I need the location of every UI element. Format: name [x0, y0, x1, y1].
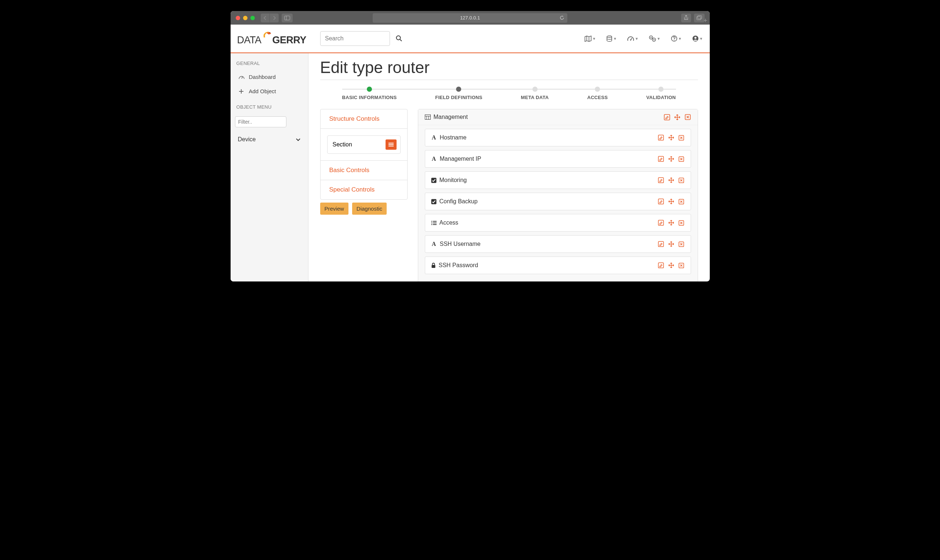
nav-map-dropdown[interactable]: ▼	[584, 35, 596, 42]
section-block: Management AHostname AManagement IP Mon	[418, 109, 698, 282]
new-tab-button[interactable]: +	[701, 17, 710, 25]
sidebar-toggle-button[interactable]	[282, 14, 293, 22]
preview-button[interactable]: Preview	[320, 203, 348, 215]
edit-icon[interactable]	[658, 134, 664, 141]
sidebar: GENERAL Dashboard Add Object OBJECT MENU…	[231, 53, 308, 282]
svg-rect-2	[697, 17, 701, 20]
field-label: Management IP	[440, 155, 481, 162]
nav-help-dropdown[interactable]: ▼	[671, 35, 682, 42]
delete-icon[interactable]	[678, 220, 685, 226]
maximize-window-icon[interactable]	[250, 16, 255, 20]
field-row[interactable]: Monitoring	[425, 171, 691, 189]
sidebar-item-dashboard[interactable]: Dashboard	[231, 70, 308, 84]
address-bar[interactable]: 127.0.0.1	[373, 13, 567, 23]
drag-handle-icon[interactable]	[385, 140, 396, 150]
sidebar-objectmenu-title: OBJECT MENU	[231, 102, 308, 113]
svg-line-6	[400, 40, 402, 42]
diagnostic-button[interactable]: Diagnostic	[352, 203, 387, 215]
move-icon[interactable]	[668, 220, 675, 226]
field-label: SSH Password	[439, 262, 478, 269]
field-label: SSH Username	[440, 241, 481, 247]
section-label: Section	[333, 141, 352, 148]
field-row[interactable]: AHostname	[425, 129, 691, 146]
sidebar-label: Add Object	[249, 88, 276, 94]
step-basic-informations[interactable]: BASIC INFORMATIONS	[342, 87, 397, 100]
move-icon[interactable]	[668, 198, 675, 205]
svg-point-17	[694, 37, 697, 39]
move-icon[interactable]	[674, 114, 681, 120]
delete-icon[interactable]	[678, 198, 685, 205]
browser-chrome: 127.0.0.1 +	[231, 11, 710, 25]
field-label: Hostname	[440, 134, 467, 141]
move-icon[interactable]	[668, 177, 675, 183]
move-icon[interactable]	[668, 262, 675, 269]
delete-icon[interactable]	[678, 155, 685, 162]
edit-icon[interactable]	[658, 220, 664, 226]
svg-rect-46	[658, 220, 663, 225]
move-icon[interactable]	[668, 134, 675, 141]
svg-point-4	[270, 32, 270, 33]
edit-icon[interactable]	[658, 155, 664, 162]
field-row[interactable]: SSH Password	[425, 257, 691, 274]
minimize-window-icon[interactable]	[243, 16, 248, 20]
browser-window: 127.0.0.1 + DATA GER	[231, 11, 710, 282]
search-input[interactable]	[320, 31, 390, 46]
delete-icon[interactable]	[678, 134, 685, 141]
sidebar-item-add-object[interactable]: Add Object	[231, 84, 308, 98]
sidebar-item-device[interactable]: Device	[231, 132, 308, 146]
svg-rect-0	[284, 16, 290, 20]
page-title: Edit type router	[320, 58, 698, 80]
edit-icon[interactable]	[658, 177, 664, 183]
logo-text-1: DATA	[237, 34, 262, 46]
svg-point-42	[431, 222, 432, 223]
logo[interactable]: DATA GERRY	[237, 32, 307, 46]
delete-icon[interactable]	[684, 114, 691, 120]
special-controls-header[interactable]: Special Controls	[321, 180, 407, 199]
edit-icon[interactable]	[664, 114, 670, 120]
structure-controls-header[interactable]: Structure Controls	[321, 109, 407, 129]
nav-gauge-dropdown[interactable]: ▼	[627, 35, 638, 42]
basic-controls-header[interactable]: Basic Controls	[321, 161, 407, 180]
move-icon[interactable]	[668, 241, 675, 247]
dashboard-icon	[239, 74, 245, 80]
svg-rect-48	[658, 242, 663, 247]
section-control[interactable]: Section	[327, 135, 401, 154]
close-window-icon[interactable]	[236, 16, 240, 20]
edit-icon[interactable]	[658, 198, 664, 205]
search-icon[interactable]	[396, 35, 402, 42]
checkbox-icon	[431, 199, 436, 205]
field-row[interactable]: Config Backup	[425, 193, 691, 210]
step-field-definitions[interactable]: FIELD DEFINITIONS	[435, 87, 482, 100]
svg-rect-50	[431, 265, 435, 268]
back-button[interactable]	[261, 14, 270, 22]
delete-icon[interactable]	[678, 177, 685, 183]
field-row[interactable]: AManagement IP	[425, 150, 691, 168]
filter-input[interactable]	[235, 116, 287, 127]
svg-rect-28	[664, 114, 670, 120]
delete-icon[interactable]	[678, 241, 685, 247]
edit-icon[interactable]	[658, 241, 664, 247]
share-button[interactable]	[681, 14, 691, 22]
svg-line-18	[242, 77, 243, 78]
text-field-icon: A	[431, 155, 437, 162]
bird-icon	[262, 29, 273, 40]
delete-icon[interactable]	[678, 262, 685, 269]
reload-icon[interactable]	[559, 15, 564, 20]
nav-user-dropdown[interactable]: ▼	[692, 35, 703, 42]
field-row[interactable]: ASSH Username	[425, 235, 691, 253]
app-header: DATA GERRY ▼ ▼	[231, 25, 710, 53]
svg-rect-24	[425, 115, 430, 120]
nav-database-dropdown[interactable]: ▼	[606, 35, 617, 42]
svg-point-13	[653, 39, 654, 40]
step-access[interactable]: ACCESS	[587, 87, 608, 100]
forward-button[interactable]	[270, 14, 279, 22]
step-validation[interactable]: VALIDATION	[646, 87, 676, 100]
header-nav-icons: ▼ ▼ ▼ ▼ ▼ ▼	[584, 35, 703, 42]
step-meta-data[interactable]: META DATA	[521, 87, 549, 100]
edit-icon[interactable]	[658, 262, 664, 269]
main-content: Edit type router BASIC INFORMATIONS FIEL…	[308, 53, 710, 282]
nav-settings-dropdown[interactable]: ▼	[649, 35, 661, 42]
move-icon[interactable]	[668, 155, 675, 162]
logo-text-2: GERRY	[273, 34, 307, 46]
field-row[interactable]: Access	[425, 214, 691, 232]
